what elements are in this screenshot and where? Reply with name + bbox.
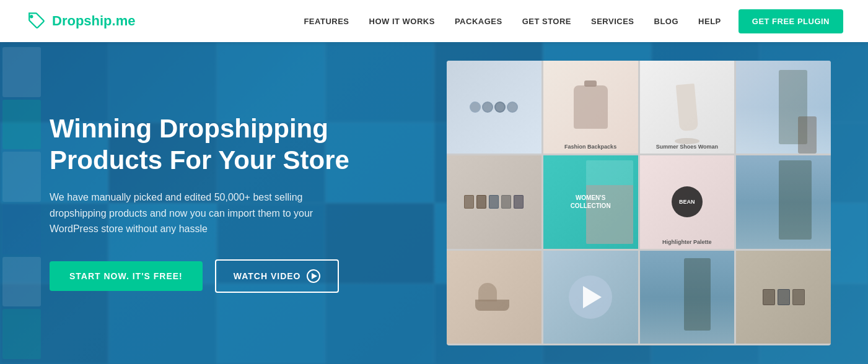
nav-blog[interactable]: BLOG <box>654 17 679 26</box>
hero-video-area[interactable]: Fashion Backpacks Summer Shoes Woman <box>447 61 831 345</box>
product-cell-watches2 <box>736 251 831 344</box>
logo-text: Dropship.me <box>52 13 135 29</box>
product-cell-highlighter: BEAN Highlighter Palette <box>640 155 735 248</box>
watch-video-button[interactable]: WATCH VIDEO <box>215 259 340 293</box>
logo[interactable]: Dropship.me <box>25 10 135 32</box>
big-play-triangle <box>583 286 602 308</box>
cell-label-highlighter: Highlighter Palette <box>640 239 735 245</box>
womens-collection-text: WOMEN'SCOLLECTION <box>571 194 611 210</box>
hero-title: Winning Dropshipping Products For Your S… <box>50 113 409 176</box>
product-cell-watches-flat <box>447 61 541 154</box>
navbar: Dropship.me FEATURES HOW IT WORKS PACKAG… <box>0 0 868 42</box>
product-cell-play-overlay[interactable] <box>543 251 638 344</box>
watch-video-play-icon <box>307 269 320 283</box>
video-play-overlay[interactable] <box>543 251 638 344</box>
product-cell-hiking <box>736 61 831 154</box>
product-cell-watches-row <box>447 155 541 248</box>
product-cell-summer-shoes: Summer Shoes Woman <box>640 61 735 154</box>
product-cell-fashion-backpacks: Fashion Backpacks <box>543 61 638 154</box>
start-now-button[interactable]: START NOW. IT'S FREE! <box>50 261 203 291</box>
left-sidebar-thumbnails <box>0 42 43 364</box>
product-grid: Fashion Backpacks Summer Shoes Woman <box>447 61 831 345</box>
hero-buttons: START NOW. IT'S FREE! WATCH VIDEO <box>50 259 409 293</box>
hero-section: Winning Dropshipping Products For Your S… <box>0 42 868 364</box>
cell-label-summer-shoes: Summer Shoes Woman <box>640 144 735 150</box>
play-triangle <box>312 273 317 279</box>
product-cell-shoes-flat2 <box>447 251 541 344</box>
product-cell-womens-collection-1: WOMEN'SCOLLECTION <box>543 155 638 248</box>
product-cell-hiking3 <box>640 251 735 344</box>
nav-links: FEATURES HOW IT WORKS PACKAGES GET STORE… <box>304 17 721 26</box>
nav-help[interactable]: HELP <box>698 17 721 26</box>
product-cell-hiking-2 <box>736 155 831 248</box>
nav-packages[interactable]: PACKAGES <box>455 17 502 26</box>
hero-subtitle: We have manually picked and edited 50,00… <box>50 189 359 237</box>
nav-services[interactable]: SERVICES <box>591 17 634 26</box>
big-play-button[interactable] <box>569 275 612 319</box>
hero-content: Winning Dropshipping Products For Your S… <box>50 42 409 364</box>
get-free-plugin-button[interactable]: GET FREE PLUGIN <box>739 9 843 33</box>
cell-label-fashion-backpacks: Fashion Backpacks <box>543 144 638 150</box>
nav-how-it-works[interactable]: HOW IT WORKS <box>369 17 435 26</box>
logo-icon <box>25 10 47 32</box>
nav-get-store[interactable]: GET STORE <box>522 17 571 26</box>
nav-features[interactable]: FEATURES <box>304 17 349 26</box>
svg-point-0 <box>30 15 33 18</box>
